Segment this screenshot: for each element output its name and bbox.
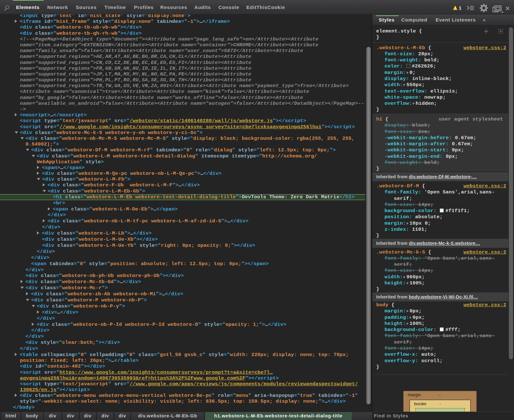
svg-text:1: 1 [459, 5, 462, 11]
